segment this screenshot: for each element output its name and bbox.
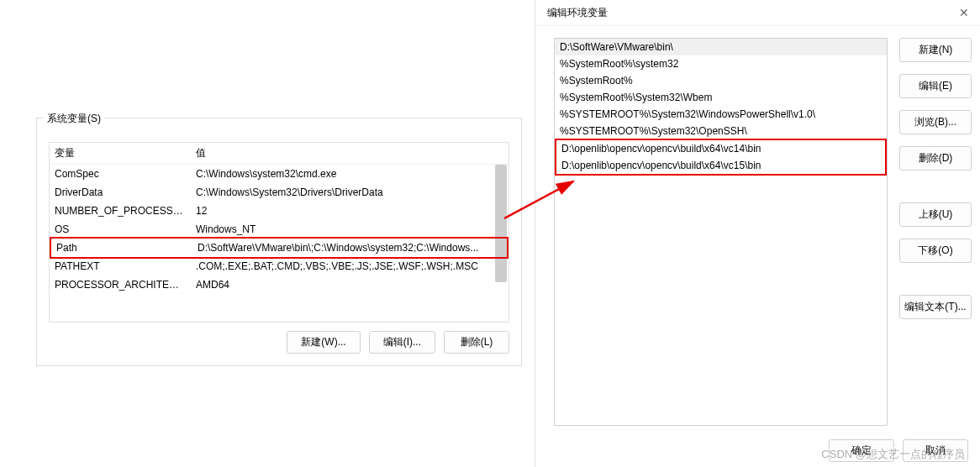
table-row[interactable]: NUMBER_OF_PROCESSORS12 — [50, 202, 508, 220]
cell-value: .COM;.EXE;.BAT;.CMD;.VBS;.VBE;.JS;.JSE;.… — [191, 259, 508, 274]
new-path-button[interactable]: 新建(N) — [899, 38, 972, 62]
cell-variable: OS — [50, 222, 191, 237]
delete-path-button[interactable]: 删除(D) — [899, 146, 972, 171]
table-row[interactable]: OSWindows_NT — [50, 220, 508, 239]
cell-variable: ComSpec — [50, 166, 191, 181]
cell-variable: Path — [51, 240, 192, 255]
cell-variable: PATHEXT — [50, 259, 191, 274]
dialog-titlebar: 编辑环境变量 ✕ — [535, 0, 980, 26]
list-item[interactable]: %SystemRoot% — [555, 72, 887, 89]
table-row[interactable]: ComSpecC:\Windows\system32\cmd.exe — [50, 165, 508, 183]
cell-value: AMD64 — [191, 277, 508, 292]
cell-value: D:\SoftWare\VMware\bin\;C:\Windows\syste… — [192, 240, 507, 255]
dialog-footer: 确定 取消 — [535, 434, 980, 467]
cell-value: C:\Windows\System32\Drivers\DriverData — [191, 185, 508, 200]
column-header-value[interactable]: 值 — [191, 143, 508, 164]
dialog-side-buttons: 新建(N) 编辑(E) 浏览(B)... 删除(D) 上移(U) 下移(O) 编… — [899, 38, 972, 426]
column-header-variable[interactable]: 变量 — [50, 143, 191, 164]
table-row[interactable]: PathD:\SoftWare\VMware\bin\;C:\Windows\s… — [50, 237, 508, 259]
edit-button[interactable]: 编辑(I)... — [369, 331, 435, 354]
edit-path-button[interactable]: 编辑(E) — [899, 74, 972, 98]
cell-value: C:\Windows\system32\cmd.exe — [191, 166, 508, 181]
cell-variable: DriverData — [50, 185, 191, 200]
system-variables-buttons: 新建(W)... 编辑(I)... 删除(L) — [49, 331, 509, 354]
move-down-button[interactable]: 下移(O) — [899, 239, 972, 263]
dialog-title: 编辑环境变量 — [547, 6, 608, 20]
list-item[interactable]: D:\SoftWare\VMware\bin\ — [555, 39, 887, 55]
table-row[interactable]: PATHEXT.COM;.EXE;.BAT;.CMD;.VBS;.VBE;.JS… — [50, 257, 508, 275]
list-item[interactable]: %SYSTEMROOT%\System32\OpenSSH\ — [555, 123, 887, 139]
list-item[interactable]: D:\openlib\opencv\opencv\build\x64\vc15\… — [556, 157, 885, 174]
ok-button[interactable]: 确定 — [829, 439, 894, 462]
table-row[interactable]: DriverDataC:\Windows\System32\Drivers\Dr… — [50, 183, 508, 202]
delete-button[interactable]: 删除(L) — [444, 331, 509, 354]
cell-value: Windows_NT — [191, 222, 508, 237]
cell-value: 12 — [191, 203, 508, 218]
annotation-highlight: D:\openlib\opencv\opencv\build\x64\vc14\… — [555, 139, 887, 176]
group-label-system-variables: 系统变量(S) — [44, 112, 104, 126]
system-variables-table: 变量 值 ComSpecC:\Windows\system32\cmd.exeD… — [49, 142, 509, 323]
table-header: 变量 值 — [50, 143, 508, 165]
cell-variable: NUMBER_OF_PROCESSORS — [50, 203, 191, 218]
list-item[interactable]: D:\openlib\opencv\opencv\build\x64\vc14\… — [556, 140, 885, 157]
system-variables-panel: 变量 值 ComSpecC:\Windows\system32\cmd.exeD… — [36, 118, 522, 366]
new-button[interactable]: 新建(W)... — [287, 331, 360, 354]
table-row[interactable]: PROCESSOR_ARCHITECT...AMD64 — [50, 275, 508, 294]
cancel-button[interactable]: 取消 — [903, 439, 968, 462]
list-item[interactable]: %SystemRoot%\System32\Wbem — [555, 89, 887, 106]
browse-button[interactable]: 浏览(B)... — [899, 110, 972, 134]
move-up-button[interactable]: 上移(U) — [899, 202, 972, 227]
cell-variable: PROCESSOR_ARCHITECT... — [50, 277, 191, 292]
scrollbar-thumb[interactable] — [495, 165, 507, 282]
edit-text-button[interactable]: 编辑文本(T)... — [899, 295, 972, 319]
path-list[interactable]: D:\SoftWare\VMware\bin\%SystemRoot%\syst… — [554, 38, 888, 426]
close-icon[interactable]: ✕ — [956, 5, 972, 20]
list-item[interactable]: %SYSTEMROOT%\System32\WindowsPowerShell\… — [555, 106, 887, 123]
edit-env-dialog: 编辑环境变量 ✕ D:\SoftWare\VMware\bin\%SystemR… — [535, 0, 980, 467]
list-item[interactable]: %SystemRoot%\system32 — [555, 55, 887, 72]
